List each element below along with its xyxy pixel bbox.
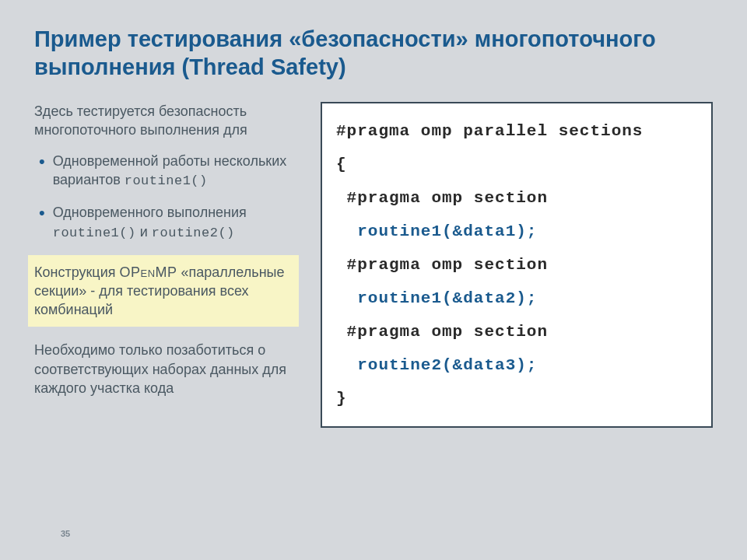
bullet-item-2: • Одновременного выполнения routine1() и… (34, 203, 299, 242)
bullet-dot-icon: • (39, 153, 45, 170)
bullet-dot-icon: • (39, 205, 45, 222)
slide-number: 35 (61, 529, 70, 538)
content-area: Здесь тестируется безопасность многопото… (34, 102, 713, 428)
left-column: Здесь тестируется безопасность многопото… (34, 102, 299, 428)
trailing-paragraph: Необходимо только позаботиться о соответ… (34, 341, 299, 397)
bullet-2-code2: routine2() (152, 226, 235, 240)
code-line-8: routine2(&data3); (336, 356, 537, 374)
code-line-3: #pragma omp section (336, 189, 548, 207)
bullet-2-code1: routine1() (53, 226, 136, 240)
right-column: #pragma omp parallel sections { #pragma … (321, 102, 713, 428)
highlight-pre: Конструкция (34, 264, 119, 280)
code-block: #pragma omp parallel sections { #pragma … (321, 102, 713, 428)
slide-title: Пример тестирования «безопасности» много… (34, 25, 713, 82)
code-line-4: routine1(&data1); (336, 222, 537, 240)
code-line-7: #pragma omp section (336, 323, 548, 341)
bullet-2-text: Одновременного выполнения routine1() и r… (53, 203, 299, 242)
bullet-1-code: routine1() (124, 173, 208, 188)
bullet-item-1: • Одновременной работы нескольких вариан… (34, 152, 299, 191)
code-line-5: #pragma omp section (336, 256, 548, 274)
highlight-box: Конструкция OPenMP «параллельные секции»… (28, 255, 299, 327)
highlight-name: OPenMP (119, 264, 177, 280)
code-line-2: { (336, 156, 347, 173)
bullet-1-text: Одновременной работы нескольких варианто… (53, 152, 299, 191)
bullet-2-pre: Одновременного выполнения (53, 205, 247, 220)
code-line-9: } (336, 390, 347, 408)
lead-paragraph: Здесь тестируется безопасность многопото… (34, 102, 299, 140)
code-line-6: routine1(&data2); (336, 289, 537, 307)
code-line-1: #pragma omp parallel sections (336, 122, 643, 140)
bullet-2-mid: и (136, 224, 152, 240)
